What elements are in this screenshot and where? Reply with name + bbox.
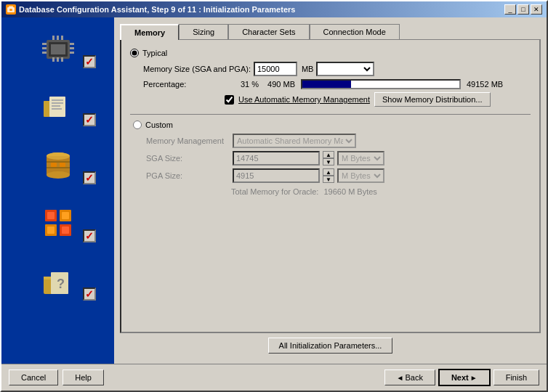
tab-connection-mode[interactable]: Connection Mode bbox=[310, 24, 400, 40]
maximize-button[interactable]: □ bbox=[517, 4, 529, 15]
svg-rect-21 bbox=[52, 102, 63, 104]
app-icon bbox=[6, 4, 16, 15]
right-panel: Memory Sizing Character Sets Connection … bbox=[114, 17, 547, 364]
minimize-button[interactable]: _ bbox=[504, 4, 516, 15]
memory-size-dropdown[interactable] bbox=[316, 62, 374, 76]
sidebar-checkbox-5: ✓ bbox=[83, 287, 96, 301]
sga-size-input[interactable] bbox=[233, 151, 320, 166]
help-button[interactable]: Help bbox=[63, 369, 104, 385]
back-arrow-icon: ◄ bbox=[397, 374, 404, 382]
memory-size-row: Memory Size (SGA and PGA): MB bbox=[130, 62, 531, 76]
svg-rect-20 bbox=[52, 99, 63, 101]
memory-size-label: Memory Size (SGA and PGA): bbox=[143, 65, 251, 73]
svg-rect-9 bbox=[70, 43, 74, 45]
finish-button[interactable]: Finish bbox=[493, 369, 539, 385]
min-memory: 490 MB bbox=[267, 80, 295, 89]
sidebar-item-5: ? ✓ bbox=[15, 257, 102, 304]
svg-rect-14 bbox=[61, 36, 63, 40]
sidebar-checkbox-1: ✓ bbox=[83, 55, 96, 68]
sidebar-checkbox-2: ✓ bbox=[83, 113, 96, 126]
svg-rect-15 bbox=[52, 57, 55, 62]
svg-rect-1 bbox=[9, 6, 13, 8]
question-folder-icon: ? bbox=[39, 262, 77, 300]
memory-management-label: Memory Management bbox=[146, 136, 230, 145]
auto-memory-checkbox[interactable] bbox=[225, 95, 234, 105]
custom-label: Custom bbox=[145, 121, 173, 129]
auto-memory-label: Use Automatic Memory Management bbox=[238, 95, 370, 104]
total-memory-value: 19660 M Bytes bbox=[323, 187, 376, 196]
custom-section: Custom Memory Management Automatic Share… bbox=[130, 121, 531, 196]
pga-unit-dropdown[interactable]: M Bytes bbox=[337, 168, 384, 183]
memory-management-dropdown[interactable]: Automatic Shared Memory Management bbox=[233, 134, 356, 148]
tab-content-memory: Typical Memory Size (SGA and PGA): MB Pe… bbox=[120, 39, 541, 333]
main-content: ✓ ✓ bbox=[1, 17, 547, 364]
sga-spinner-up[interactable]: ▲ bbox=[323, 151, 334, 158]
tabs-row: Memory Sizing Character Sets Connection … bbox=[120, 23, 541, 39]
svg-rect-13 bbox=[57, 36, 59, 40]
sga-spinner: ▲ ▼ bbox=[323, 151, 334, 166]
close-button[interactable]: ✕ bbox=[531, 4, 542, 15]
percentage-value: 31 % bbox=[241, 80, 259, 89]
percentage-row: Percentage: 31 % 490 MB 49152 MB bbox=[130, 79, 531, 89]
footer-left-buttons: Cancel Help bbox=[9, 369, 104, 385]
percentage-label: Percentage: bbox=[143, 80, 238, 89]
sidebar-item-3: ✓ bbox=[15, 141, 102, 188]
svg-point-2 bbox=[9, 9, 12, 11]
svg-rect-16 bbox=[57, 57, 59, 62]
typical-label: Typical bbox=[142, 49, 167, 57]
svg-rect-38 bbox=[47, 226, 55, 234]
svg-rect-11 bbox=[70, 52, 74, 54]
svg-rect-36 bbox=[47, 212, 55, 219]
svg-rect-6 bbox=[42, 43, 47, 45]
svg-rect-37 bbox=[62, 212, 69, 219]
svg-rect-8 bbox=[42, 52, 47, 54]
footer-right-buttons: ◄ Back Next ► Finish bbox=[384, 369, 539, 386]
svg-rect-30 bbox=[51, 163, 57, 167]
show-distribution-button[interactable]: Show Memory Distribution... bbox=[374, 92, 491, 107]
svg-rect-5 bbox=[51, 44, 65, 54]
footer: Cancel Help ◄ Back Next ► Finish bbox=[1, 364, 547, 391]
cancel-button[interactable]: Cancel bbox=[9, 369, 58, 385]
sidebar-checkbox-4: ✓ bbox=[83, 229, 96, 242]
title-text: Database Configuration Assistant, Step 9… bbox=[19, 5, 295, 14]
tab-memory[interactable]: Memory bbox=[120, 24, 179, 40]
sga-unit-dropdown[interactable]: M Bytes bbox=[337, 151, 384, 166]
memory-progress-bar bbox=[301, 79, 461, 89]
svg-rect-7 bbox=[42, 47, 47, 49]
pga-size-label: PGA Size: bbox=[146, 171, 230, 180]
svg-rect-17 bbox=[61, 57, 63, 62]
svg-rect-39 bbox=[62, 226, 69, 234]
sidebar-item-4: ✓ bbox=[15, 199, 102, 246]
tab-sizing[interactable]: Sizing bbox=[179, 24, 228, 40]
next-button[interactable]: Next ► bbox=[438, 369, 491, 386]
sga-spinner-down[interactable]: ▼ bbox=[323, 158, 334, 166]
svg-rect-31 bbox=[60, 163, 65, 167]
memory-size-input[interactable] bbox=[254, 62, 297, 76]
memory-size-unit: MB bbox=[302, 65, 314, 73]
pga-spinner-down[interactable]: ▼ bbox=[323, 176, 334, 183]
window-controls: _ □ ✕ bbox=[504, 4, 542, 15]
svg-rect-23 bbox=[52, 108, 62, 110]
svg-point-26 bbox=[47, 171, 70, 179]
svg-rect-10 bbox=[70, 47, 74, 49]
title-bar: Database Configuration Assistant, Step 9… bbox=[1, 1, 547, 17]
docs-icon bbox=[39, 88, 77, 126]
bottom-btn-row: All Initialization Parameters... bbox=[120, 333, 541, 358]
section-divider bbox=[130, 114, 531, 115]
back-button[interactable]: ◄ Back bbox=[384, 369, 435, 385]
all-init-params-button[interactable]: All Initialization Parameters... bbox=[268, 338, 393, 354]
tab-character-sets[interactable]: Character Sets bbox=[228, 24, 309, 40]
memory-management-row: Memory Management Automatic Shared Memor… bbox=[133, 134, 531, 148]
typical-radio[interactable] bbox=[130, 49, 139, 57]
blocks-icon bbox=[39, 204, 77, 242]
custom-radio[interactable] bbox=[133, 121, 142, 129]
pga-size-input[interactable] bbox=[233, 168, 320, 183]
sidebar: ✓ ✓ bbox=[1, 17, 114, 364]
main-window: Database Configuration Assistant, Step 9… bbox=[0, 0, 548, 392]
sidebar-checkbox-3: ✓ bbox=[83, 171, 96, 184]
pga-spinner-up[interactable]: ▲ bbox=[323, 168, 334, 176]
svg-point-27 bbox=[47, 152, 70, 160]
sga-size-label: SGA Size: bbox=[146, 154, 230, 163]
typical-radio-row: Typical bbox=[130, 49, 531, 57]
svg-rect-12 bbox=[52, 36, 55, 40]
